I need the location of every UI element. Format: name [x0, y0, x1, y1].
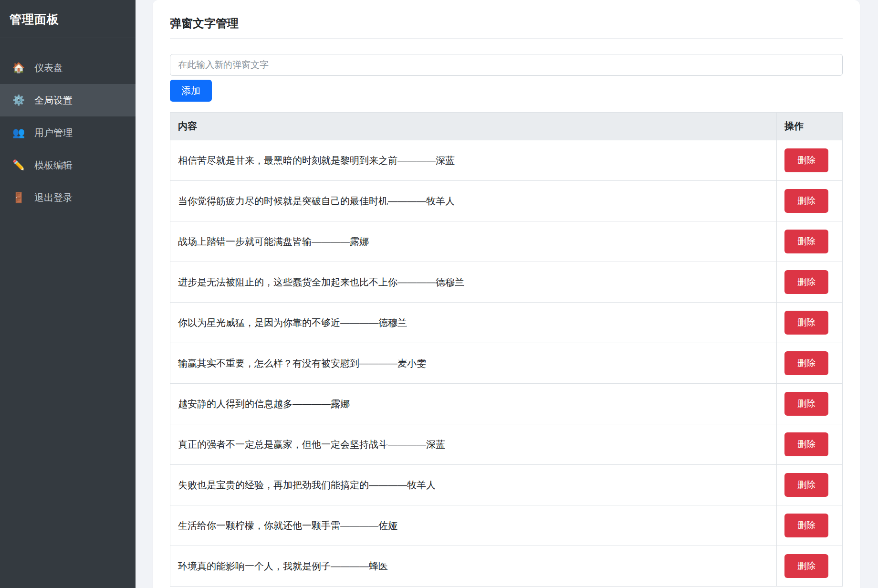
table-header-row: 内容 操作	[170, 113, 843, 140]
action-cell: 删除	[777, 181, 843, 221]
title-divider	[170, 38, 843, 39]
quote-cell: 生活给你一颗柠檬，你就还他一颗手雷————佐娅	[170, 505, 777, 546]
table-row: 你以为星光威猛，是因为你靠的不够近————德穆兰 删除	[170, 303, 843, 343]
delete-button[interactable]: 删除	[784, 554, 828, 578]
table-row: 相信苦尽就是甘来，最黑暗的时刻就是黎明到来之前————深蓝 删除	[170, 140, 843, 181]
sidebar-item-settings[interactable]: ⚙️ 全局设置	[0, 84, 136, 116]
table-row: 生活给你一颗柠檬，你就还他一颗手雷————佐娅 删除	[170, 505, 843, 546]
sidebar-item-dashboard[interactable]: 🏠 仪表盘	[0, 52, 136, 84]
delete-button[interactable]: 删除	[784, 432, 828, 456]
popup-text-table: 内容 操作 相信苦尽就是甘来，最黑暗的时刻就是黎明到来之前————深蓝 删除 当…	[170, 112, 843, 587]
delete-button[interactable]: 删除	[784, 230, 828, 253]
delete-button[interactable]: 删除	[784, 392, 828, 416]
quote-cell: 环境真的能影响一个人，我就是例子————蜂医	[170, 546, 777, 587]
table-row: 环境真的能影响一个人，我就是例子————蜂医 删除	[170, 546, 843, 587]
users-icon: 👥	[12, 127, 29, 138]
sidebar-item-label: 用户管理	[34, 126, 73, 139]
add-button[interactable]: 添加	[170, 80, 212, 102]
pencil-icon: ✏️	[12, 159, 29, 171]
content-card: 弹窗文字管理 添加 内容 操作 相信苦尽就是甘来，最黑暗的时刻就是黎明到来之前—…	[153, 0, 860, 588]
action-cell: 删除	[777, 303, 843, 343]
column-header-content: 内容	[170, 113, 777, 140]
table-row: 进步是无法被阻止的，这些蠢货全加起来也比不上你————德穆兰 删除	[170, 262, 843, 303]
quote-cell: 失败也是宝贵的经验，再加把劲我们能搞定的————牧羊人	[170, 465, 777, 505]
delete-button[interactable]: 删除	[784, 514, 828, 537]
quote-cell: 真正的强者不一定总是赢家，但他一定会坚持战斗————深蓝	[170, 424, 777, 465]
table-row: 失败也是宝贵的经验，再加把劲我们能搞定的————牧羊人 删除	[170, 465, 843, 505]
action-cell: 删除	[777, 505, 843, 546]
table-row: 越安静的人得到的信息越多————露娜 删除	[170, 384, 843, 424]
delete-button[interactable]: 删除	[784, 351, 828, 375]
table-row: 战场上踏错一步就可能满盘皆输————露娜 删除	[170, 221, 843, 262]
sidebar-title: 管理面板	[0, 0, 136, 38]
delete-button[interactable]: 删除	[784, 311, 828, 335]
action-cell: 删除	[777, 424, 843, 465]
delete-button[interactable]: 删除	[784, 189, 828, 213]
sidebar-item-label: 全局设置	[34, 94, 73, 107]
main-content: 弹窗文字管理 添加 内容 操作 相信苦尽就是甘来，最黑暗的时刻就是黎明到来之前—…	[136, 0, 878, 588]
table-row: 真正的强者不一定总是赢家，但他一定会坚持战斗————深蓝 删除	[170, 424, 843, 465]
quote-cell: 越安静的人得到的信息越多————露娜	[170, 384, 777, 424]
quote-cell: 战场上踏错一步就可能满盘皆输————露娜	[170, 221, 777, 262]
sidebar-item-label: 模板编辑	[34, 159, 73, 172]
quote-cell: 相信苦尽就是甘来，最黑暗的时刻就是黎明到来之前————深蓝	[170, 140, 777, 181]
page-title: 弹窗文字管理	[170, 16, 843, 31]
door-icon: 🚪	[12, 192, 29, 203]
home-icon: 🏠	[12, 62, 29, 74]
sidebar-item-users[interactable]: 👥 用户管理	[0, 116, 136, 149]
action-cell: 删除	[777, 262, 843, 303]
delete-button[interactable]: 删除	[784, 148, 828, 172]
action-cell: 删除	[777, 384, 843, 424]
gear-icon: ⚙️	[12, 94, 29, 106]
quote-cell: 当你觉得筋疲力尽的时候就是突破自己的最佳时机————牧羊人	[170, 181, 777, 221]
sidebar-item-logout[interactable]: 🚪 退出登录	[0, 181, 136, 214]
delete-button[interactable]: 删除	[784, 270, 828, 294]
quote-cell: 你以为星光威猛，是因为你靠的不够近————德穆兰	[170, 303, 777, 343]
action-cell: 删除	[777, 140, 843, 181]
sidebar-item-label: 退出登录	[34, 191, 73, 204]
action-cell: 删除	[777, 343, 843, 384]
new-popup-text-input[interactable]	[170, 54, 843, 76]
table-row: 输赢其实不重要，怎么样？有没有被安慰到————麦小雯 删除	[170, 343, 843, 384]
action-cell: 删除	[777, 465, 843, 505]
quote-cell: 进步是无法被阻止的，这些蠢货全加起来也比不上你————德穆兰	[170, 262, 777, 303]
action-cell: 删除	[777, 221, 843, 262]
column-header-action: 操作	[777, 113, 843, 140]
sidebar-item-template[interactable]: ✏️ 模板编辑	[0, 149, 136, 181]
sidebar-item-label: 仪表盘	[34, 62, 63, 74]
sidebar: 管理面板 🏠 仪表盘 ⚙️ 全局设置 👥 用户管理 ✏️ 模板编辑 🚪 退出登录	[0, 0, 136, 588]
quote-cell: 输赢其实不重要，怎么样？有没有被安慰到————麦小雯	[170, 343, 777, 384]
delete-button[interactable]: 删除	[784, 473, 828, 497]
action-cell: 删除	[777, 546, 843, 587]
sidebar-nav: 🏠 仪表盘 ⚙️ 全局设置 👥 用户管理 ✏️ 模板编辑 🚪 退出登录	[0, 52, 136, 214]
table-row: 当你觉得筋疲力尽的时候就是突破自己的最佳时机————牧羊人 删除	[170, 181, 843, 221]
